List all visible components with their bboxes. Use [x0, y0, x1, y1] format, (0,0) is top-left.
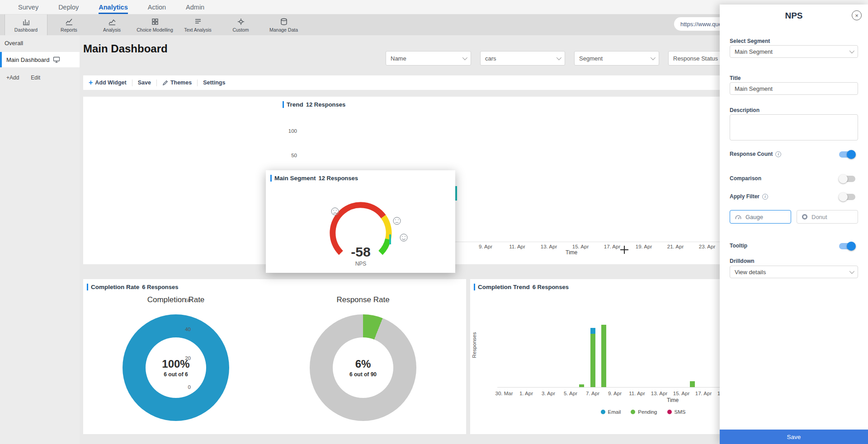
bar-segment-pending — [690, 381, 695, 387]
chart-type-donut-button[interactable]: Donut — [797, 210, 858, 224]
nav-survey[interactable]: Survey — [18, 0, 38, 14]
separator — [156, 79, 157, 86]
manage-data-icon — [280, 18, 288, 26]
label-text: Apply Filter — [730, 193, 760, 200]
drilldown-label: Drilldown — [730, 258, 755, 264]
tool-label: Custom — [232, 27, 249, 33]
bar-segment-email — [590, 328, 595, 334]
apply-filter-toggle[interactable] — [839, 194, 855, 200]
axis-tick-label: 11. Apr — [509, 244, 525, 249]
themes-button[interactable]: Themes — [162, 79, 192, 86]
info-icon[interactable]: i — [775, 151, 781, 157]
widget-title: Main Segment — [274, 175, 316, 182]
info-icon[interactable]: i — [762, 194, 768, 200]
chart-type-gauge-button[interactable]: Gauge — [730, 210, 791, 224]
accent-bar — [270, 175, 272, 182]
toggle-knob — [847, 150, 856, 159]
tool-manage-data[interactable]: Manage Data — [262, 14, 305, 35]
add-widget-button[interactable]: + Add Widget — [89, 79, 127, 86]
filter-name[interactable]: Name — [386, 51, 471, 65]
filter-segment[interactable]: Segment — [574, 51, 659, 65]
tool-label: Choice Modelling — [137, 27, 173, 33]
response-rate-donut: 6% 6 out of 90 — [310, 314, 416, 421]
legend-label: SMS — [675, 409, 686, 415]
app-screen: Survey Deploy Analytics Action Admin Das… — [0, 0, 868, 444]
nav-deploy[interactable]: Deploy — [58, 0, 79, 14]
tool-dashboard[interactable]: Dashboard — [5, 14, 47, 35]
save-button[interactable]: Save — [720, 430, 868, 444]
response-count-toggle[interactable] — [839, 151, 855, 158]
legend-dot — [631, 410, 635, 414]
custom-icon — [237, 18, 245, 26]
axis-tick-label: 9. Apr — [479, 244, 492, 249]
separator — [132, 79, 132, 86]
label-text: Response Count — [730, 151, 773, 157]
analysis-icon — [108, 18, 116, 26]
description-textarea[interactable] — [730, 114, 858, 140]
donut-subvalue: 6 out of 6 — [164, 371, 188, 378]
sidebar-add-button[interactable]: +Add — [6, 75, 19, 81]
tool-analysis[interactable]: Analysis — [90, 14, 133, 35]
nav-action[interactable]: Action — [148, 0, 166, 14]
tool-label: Dashboard — [14, 27, 38, 33]
axis-tick-label: 21. Apr — [667, 244, 684, 249]
tool-custom[interactable]: Custom — [219, 14, 262, 35]
axis-tick-label: 40 — [173, 327, 191, 332]
widget-title: Completion Rate — [91, 284, 139, 290]
axis-tick-label: 60 — [173, 298, 191, 303]
drilldown-select[interactable]: View details — [730, 266, 858, 278]
widget-header[interactable]: Completion Rate 6 Responses — [87, 284, 178, 290]
widget-header[interactable]: Main Segment 12 Responses — [270, 175, 358, 182]
axis-tick-label: 20 — [173, 355, 191, 361]
trend-xlabel: Time — [566, 249, 577, 256]
choice-modelling-icon — [151, 18, 159, 26]
sidebar-edit-button[interactable]: Edit — [31, 75, 40, 81]
comparison-toggle[interactable] — [839, 176, 855, 182]
axis-tick-label: 0 — [173, 384, 191, 390]
bar-segment-pending — [579, 384, 584, 387]
nps-gauge: -58 NPS — [311, 190, 410, 262]
plus-icon: + — [89, 79, 93, 86]
page-title: Main Dashboard — [83, 42, 168, 55]
text-analysis-icon — [194, 18, 202, 26]
nav-admin[interactable]: Admin — [186, 0, 204, 14]
donut-icon — [802, 214, 808, 220]
nps-label: NPS — [311, 261, 410, 267]
tool-reports[interactable]: Reports — [47, 14, 90, 35]
filter-cars[interactable]: cars — [480, 51, 565, 65]
widget-count: 6 Responses — [142, 284, 178, 290]
sidebar-item-main-dashboard[interactable]: Main Dashboard — [0, 52, 80, 67]
bar-segment-pending — [590, 334, 595, 387]
sad-face-icon — [331, 208, 339, 215]
tooltip-label: Tooltip — [730, 243, 747, 249]
legend-item: SMS — [667, 409, 686, 415]
legend-item: Pending — [631, 409, 657, 415]
crosshair-cursor — [620, 246, 628, 254]
save-dashboard-button[interactable]: Save — [138, 79, 151, 86]
description-label: Description — [730, 107, 760, 113]
donut-center: 6% 6 out of 90 — [333, 337, 393, 398]
settings-button[interactable]: Settings — [203, 79, 225, 86]
dashboard-sidebar: Overall Main Dashboard +Add Edit — [0, 35, 80, 444]
filter-value: Segment — [579, 55, 603, 62]
filter-value: Response Status — [673, 55, 718, 62]
sidebar-item-label: Main Dashboard — [6, 56, 49, 63]
donut-value: 6% — [355, 358, 371, 370]
title-input[interactable] — [730, 82, 858, 95]
nps-value: -58 — [311, 244, 410, 260]
legend-label: Pending — [638, 409, 657, 415]
tool-text-analysis[interactable]: Text Analysis — [176, 14, 219, 35]
tool-label: Reports — [61, 27, 77, 33]
tooltip-toggle[interactable] — [839, 243, 855, 249]
nps-gauge-widget-dragging[interactable]: Main Segment 12 Responses -58 NPS — [266, 170, 455, 273]
axis-tick-label: 13. Apr — [541, 244, 557, 249]
monitor-icon — [53, 56, 60, 63]
tool-choice-modelling[interactable]: Choice Modelling — [133, 14, 176, 35]
segment-select[interactable]: Main Segment — [730, 45, 858, 58]
close-icon[interactable]: × — [852, 10, 862, 20]
reports-icon — [65, 18, 73, 26]
gauge-segment-passives — [383, 217, 389, 239]
nav-analytics[interactable]: Analytics — [99, 0, 127, 14]
settings-label: Settings — [203, 79, 225, 86]
accent-bar — [87, 284, 88, 290]
